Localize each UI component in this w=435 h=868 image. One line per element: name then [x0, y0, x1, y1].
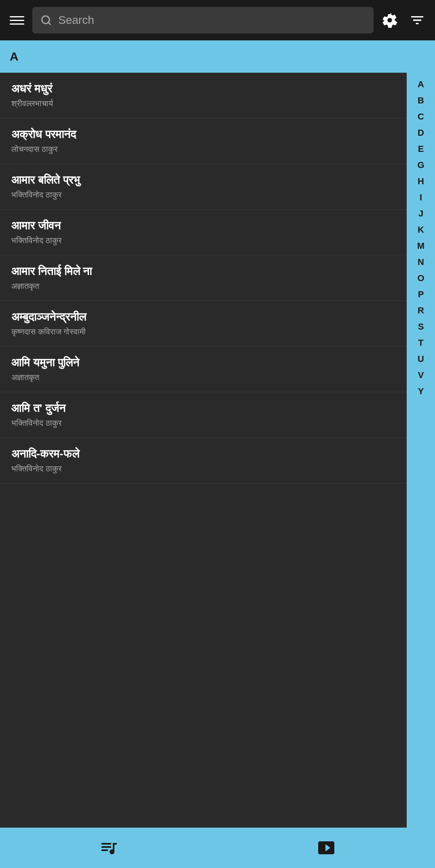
svg-line-1: [48, 22, 50, 24]
bottom-nav: [0, 828, 435, 868]
song-author: श्रीवल्लभाचार्य: [11, 99, 395, 108]
alpha-sidebar-item[interactable]: R: [407, 303, 435, 318]
player-icon: [317, 838, 336, 857]
queue-music-icon: [99, 838, 118, 857]
song-title: अधरं मधुरं: [11, 82, 395, 96]
alpha-sidebar-item[interactable]: D: [407, 125, 435, 141]
list-item[interactable]: अम्बुदाञ्जनेन्द्रनीलकृष्णदास कविराज गोस्…: [0, 301, 407, 347]
list-item[interactable]: अनादि-करम-फलेभक्तिविनोद ठाकुर: [0, 438, 407, 483]
song-list: अधरं मधुरंश्रीवल्लभाचार्यअक्रोध परमानंदल…: [0, 73, 407, 828]
alpha-sidebar-item[interactable]: Y: [407, 384, 435, 399]
song-author: भक्तिविनोद ठाकुर: [11, 418, 395, 428]
alpha-sidebar-item[interactable]: A: [407, 77, 435, 92]
alpha-sidebar-item[interactable]: P: [407, 287, 435, 302]
alpha-sidebar-item[interactable]: C: [407, 109, 435, 124]
song-author: अज्ञातकृत: [11, 373, 395, 382]
queue-button[interactable]: [75, 833, 143, 862]
alpha-sidebar-item[interactable]: V: [407, 368, 435, 383]
alpha-sidebar-item[interactable]: M: [407, 238, 435, 254]
filter-button[interactable]: [406, 9, 429, 32]
alpha-sidebar-item[interactable]: U: [407, 351, 435, 367]
section-header-a: A: [0, 40, 435, 73]
alpha-sidebar-item[interactable]: J: [407, 206, 435, 221]
list-item[interactable]: आमार निताई मिले नाअज्ञातकृत: [0, 255, 407, 301]
list-item[interactable]: अक्रोध परमानंदलोचनदास ठाकुर: [0, 118, 407, 164]
settings-button[interactable]: [378, 9, 401, 32]
section-label: A: [10, 50, 19, 63]
list-item[interactable]: अधरं मधुरंश्रीवल्लभाचार्य: [0, 73, 407, 118]
song-title: आमार जीवन: [11, 219, 395, 233]
song-title: अक्रोध परमानंद: [11, 128, 395, 141]
song-author: अज्ञातकृत: [11, 282, 395, 291]
search-input[interactable]: [58, 14, 365, 27]
song-author: भक्तिविनोद ठाकुर: [11, 236, 395, 245]
song-title: आमि त' दुर्जन: [11, 402, 395, 415]
song-author: भक्तिविनोद ठाकुर: [11, 190, 395, 200]
alpha-sidebar-item[interactable]: H: [407, 174, 435, 189]
song-author: लोचनदास ठाकुर: [11, 145, 395, 154]
song-title: अनादि-करम-फले: [11, 448, 395, 461]
player-button[interactable]: [292, 833, 360, 862]
alpha-sidebar-item[interactable]: B: [407, 93, 435, 108]
filter-icon: [409, 12, 425, 28]
alpha-sidebar-item[interactable]: I: [407, 190, 435, 205]
song-title: आमार बलिते प्रभु: [11, 174, 395, 187]
song-title: अम्बुदाञ्जनेन्द्रनील: [11, 311, 395, 324]
list-item[interactable]: आमि त' दुर्जनभक्तिविनोद ठाकुर: [0, 392, 407, 438]
content-area: अधरं मधुरंश्रीवल्लभाचार्यअक्रोध परमानंदल…: [0, 73, 435, 828]
list-item[interactable]: आमार बलिते प्रभुभक्तिविनोद ठाकुर: [0, 164, 407, 210]
song-author: कृष्णदास कविराज गोस्वामी: [11, 327, 395, 336]
alpha-sidebar-item[interactable]: S: [407, 319, 435, 334]
alpha-sidebar-item[interactable]: K: [407, 222, 435, 237]
menu-button[interactable]: [6, 13, 27, 28]
alpha-sidebar-item[interactable]: N: [407, 254, 435, 270]
alphabet-sidebar: ABCDEGHIJKMNOPRSTUVY: [407, 73, 435, 828]
gear-icon: [382, 12, 398, 28]
search-bar: [32, 7, 374, 34]
alpha-sidebar-item[interactable]: E: [407, 141, 435, 157]
menu-icon: [10, 16, 24, 25]
list-item[interactable]: आमि यमुना पुलिनेअज्ञातकृत: [0, 347, 407, 392]
alpha-sidebar-item[interactable]: O: [407, 271, 435, 286]
alpha-sidebar-item[interactable]: T: [407, 335, 435, 351]
alpha-sidebar-item[interactable]: G: [407, 158, 435, 173]
song-title: आमार निताई मिले ना: [11, 265, 395, 278]
song-title: आमि यमुना पुलिने: [11, 356, 395, 370]
search-icon: [40, 15, 52, 26]
song-author: भक्तिविनोद ठाकुर: [11, 464, 395, 473]
header: [0, 0, 435, 40]
list-item[interactable]: आमार जीवनभक्तिविनोद ठाकुर: [0, 210, 407, 255]
